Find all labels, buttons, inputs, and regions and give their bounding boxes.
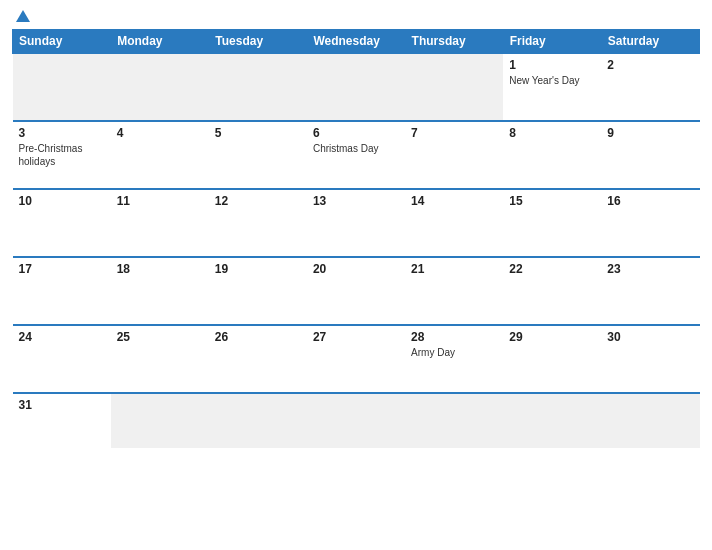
- calendar-cell: 21: [405, 257, 503, 325]
- calendar-cell: 19: [209, 257, 307, 325]
- day-number: 12: [215, 194, 301, 208]
- logo: [12, 10, 30, 23]
- week-row-2: 10111213141516: [13, 189, 700, 257]
- day-number: 14: [411, 194, 497, 208]
- day-number: 28: [411, 330, 497, 344]
- week-row-5: 31: [13, 393, 700, 448]
- calendar-cell: 11: [111, 189, 209, 257]
- calendar-cell: 12: [209, 189, 307, 257]
- calendar-cell: 27: [307, 325, 405, 393]
- calendar-cell: 29: [503, 325, 601, 393]
- day-number: 2: [607, 58, 693, 72]
- logo-triangle-icon: [16, 10, 30, 22]
- day-number: 18: [117, 262, 203, 276]
- day-number: 30: [607, 330, 693, 344]
- day-number: 9: [607, 126, 693, 140]
- weekday-header-saturday: Saturday: [601, 30, 699, 54]
- calendar-cell: 22: [503, 257, 601, 325]
- day-number: 20: [313, 262, 399, 276]
- day-number: 8: [509, 126, 595, 140]
- weekday-header-tuesday: Tuesday: [209, 30, 307, 54]
- calendar-cell: 10: [13, 189, 111, 257]
- calendar-cell: 15: [503, 189, 601, 257]
- calendar-cell: 24: [13, 325, 111, 393]
- calendar-cell: 4: [111, 121, 209, 189]
- calendar-body: 1New Year's Day23Pre-Christmas holidays4…: [13, 53, 700, 448]
- calendar-cell: 2: [601, 53, 699, 121]
- calendar-cell: 1New Year's Day: [503, 53, 601, 121]
- day-number: 26: [215, 330, 301, 344]
- calendar-cell: [405, 393, 503, 448]
- day-event: Pre-Christmas holidays: [19, 142, 105, 168]
- weekday-header-wednesday: Wednesday: [307, 30, 405, 54]
- weekday-header-thursday: Thursday: [405, 30, 503, 54]
- weekday-header-row: SundayMondayTuesdayWednesdayThursdayFrid…: [13, 30, 700, 54]
- calendar-cell: [503, 393, 601, 448]
- day-number: 23: [607, 262, 693, 276]
- calendar-cell: 7: [405, 121, 503, 189]
- calendar-cell: 3Pre-Christmas holidays: [13, 121, 111, 189]
- day-number: 16: [607, 194, 693, 208]
- calendar-cell: 20: [307, 257, 405, 325]
- week-row-1: 3Pre-Christmas holidays456Christmas Day7…: [13, 121, 700, 189]
- calendar-cell: 17: [13, 257, 111, 325]
- day-event: Christmas Day: [313, 142, 399, 155]
- day-number: 3: [19, 126, 105, 140]
- calendar-cell: 5: [209, 121, 307, 189]
- header: [12, 10, 700, 23]
- day-event: New Year's Day: [509, 74, 595, 87]
- calendar-cell: 23: [601, 257, 699, 325]
- calendar-cell: [13, 53, 111, 121]
- week-row-4: 2425262728Army Day2930: [13, 325, 700, 393]
- calendar-cell: 31: [13, 393, 111, 448]
- calendar-cell: [111, 53, 209, 121]
- day-number: 31: [19, 398, 105, 412]
- weekday-header-sunday: Sunday: [13, 30, 111, 54]
- calendar-cell: [307, 53, 405, 121]
- day-number: 29: [509, 330, 595, 344]
- calendar-page: SundayMondayTuesdayWednesdayThursdayFrid…: [0, 0, 712, 550]
- day-number: 6: [313, 126, 399, 140]
- calendar-cell: [111, 393, 209, 448]
- calendar-cell: 30: [601, 325, 699, 393]
- calendar-cell: [601, 393, 699, 448]
- week-row-3: 17181920212223: [13, 257, 700, 325]
- day-number: 5: [215, 126, 301, 140]
- weekday-header-friday: Friday: [503, 30, 601, 54]
- day-number: 13: [313, 194, 399, 208]
- calendar-cell: 8: [503, 121, 601, 189]
- day-number: 24: [19, 330, 105, 344]
- day-event: Army Day: [411, 346, 497, 359]
- weekday-header-monday: Monday: [111, 30, 209, 54]
- day-number: 1: [509, 58, 595, 72]
- calendar-cell: 6Christmas Day: [307, 121, 405, 189]
- day-number: 10: [19, 194, 105, 208]
- day-number: 25: [117, 330, 203, 344]
- day-number: 21: [411, 262, 497, 276]
- day-number: 17: [19, 262, 105, 276]
- calendar-cell: 9: [601, 121, 699, 189]
- day-number: 19: [215, 262, 301, 276]
- calendar-header: SundayMondayTuesdayWednesdayThursdayFrid…: [13, 30, 700, 54]
- calendar-cell: 26: [209, 325, 307, 393]
- calendar-cell: 13: [307, 189, 405, 257]
- calendar-cell: 16: [601, 189, 699, 257]
- calendar-cell: 14: [405, 189, 503, 257]
- calendar-cell: [209, 53, 307, 121]
- calendar-cell: 25: [111, 325, 209, 393]
- logo-blue-text: [12, 10, 30, 23]
- calendar-cell: 18: [111, 257, 209, 325]
- calendar-cell: [307, 393, 405, 448]
- calendar-table: SundayMondayTuesdayWednesdayThursdayFrid…: [12, 29, 700, 448]
- week-row-0: 1New Year's Day2: [13, 53, 700, 121]
- calendar-cell: [405, 53, 503, 121]
- day-number: 27: [313, 330, 399, 344]
- calendar-cell: [209, 393, 307, 448]
- day-number: 4: [117, 126, 203, 140]
- day-number: 22: [509, 262, 595, 276]
- day-number: 15: [509, 194, 595, 208]
- day-number: 11: [117, 194, 203, 208]
- calendar-cell: 28Army Day: [405, 325, 503, 393]
- day-number: 7: [411, 126, 497, 140]
